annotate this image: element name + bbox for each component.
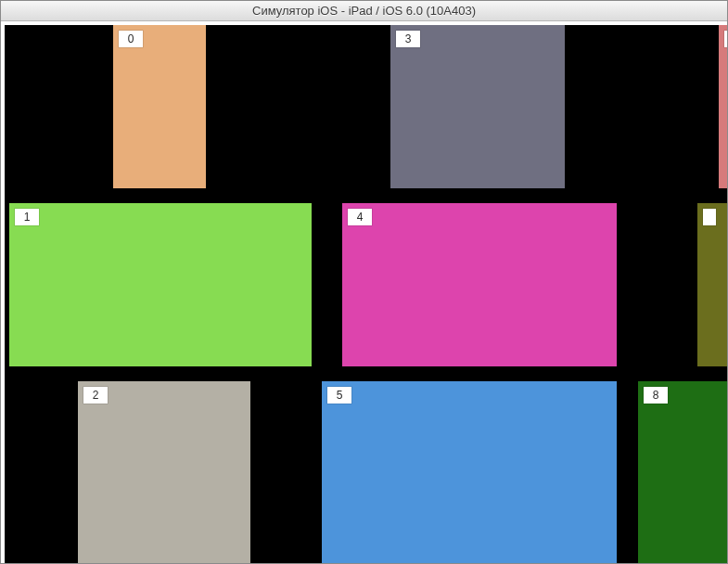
tile-index-badge (703, 209, 716, 225)
simulator-canvas[interactable]: 0314258 (5, 25, 727, 563)
grid-tile[interactable] (719, 25, 727, 188)
window-titlebar[interactable]: Симулятор iOS - iPad / iOS 6.0 (10A403) (1, 1, 727, 21)
window-content: 0314258 (1, 21, 727, 563)
grid-tile[interactable]: 0 (113, 25, 206, 188)
grid-tile[interactable]: 8 (638, 381, 727, 563)
tile-index-badge: 3 (396, 31, 420, 47)
simulator-window: Симулятор iOS - iPad / iOS 6.0 (10A403) … (0, 0, 728, 564)
tile-index-badge: 2 (83, 387, 108, 404)
tile-index-badge (724, 31, 727, 47)
tile-index-badge: 1 (15, 209, 39, 225)
window-title: Симулятор iOS - iPad / iOS 6.0 (10A403) (252, 4, 476, 18)
grid-tile[interactable]: 1 (9, 203, 312, 366)
grid-tile[interactable]: 4 (342, 203, 617, 366)
grid-tile[interactable] (697, 203, 727, 366)
tile-index-badge: 0 (119, 31, 143, 47)
grid-tile[interactable]: 3 (390, 25, 565, 188)
grid-tile[interactable]: 5 (322, 381, 617, 563)
grid-tile[interactable]: 2 (78, 381, 250, 563)
tile-index-badge: 4 (348, 209, 372, 225)
tile-index-badge: 5 (327, 387, 351, 404)
tile-index-badge: 8 (644, 387, 668, 404)
